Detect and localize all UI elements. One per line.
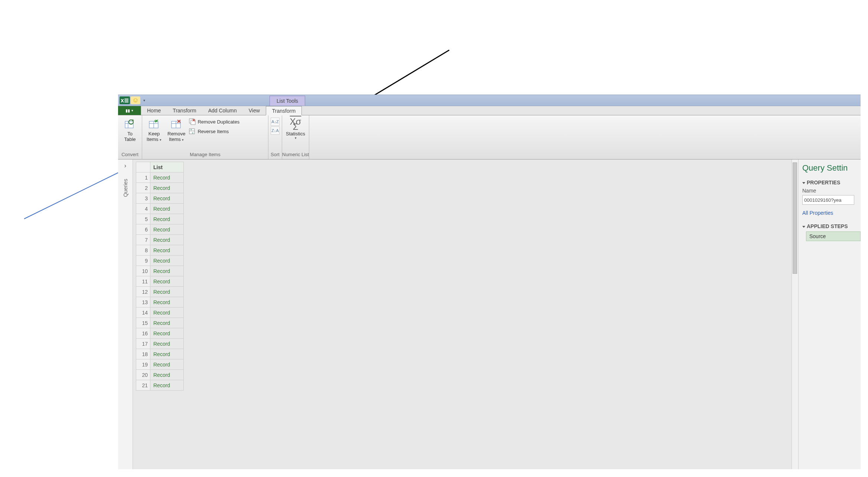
record-cell[interactable]: Record (150, 318, 184, 328)
statistics-button[interactable]: Xσ Σ Statistics ▾ (284, 117, 307, 140)
row-number[interactable]: 21 (136, 380, 150, 391)
table-row[interactable]: 21Record (136, 380, 184, 391)
record-cell[interactable]: Record (150, 214, 184, 224)
tab-add-column[interactable]: Add Column (202, 106, 243, 115)
record-cell[interactable]: Record (150, 276, 184, 287)
sort-desc-button[interactable]: Z↓A (271, 126, 280, 135)
row-number[interactable]: 9 (136, 256, 150, 266)
table-row[interactable]: 7Record (136, 235, 184, 245)
excel-icon: x≣ (120, 96, 130, 104)
remove-items-label-2: Items ▾ (169, 136, 184, 142)
tab-home[interactable]: Home (141, 106, 167, 115)
row-number[interactable]: 16 (136, 328, 150, 339)
sort-asc-icon: A↓Z (271, 119, 279, 124)
record-cell[interactable]: Record (150, 204, 184, 214)
table-row[interactable]: 4Record (136, 204, 184, 214)
row-number[interactable]: 3 (136, 193, 150, 204)
table-row[interactable]: 1Record (136, 172, 184, 183)
table-row[interactable]: 6Record (136, 224, 184, 235)
name-input[interactable] (802, 195, 854, 205)
row-number[interactable]: 5 (136, 214, 150, 224)
reverse-items-button[interactable]: Reverse Items (189, 127, 239, 135)
row-number[interactable]: 14 (136, 307, 150, 318)
qat-dropdown[interactable]: ▾ (141, 95, 147, 106)
record-cell[interactable]: Record (150, 339, 184, 349)
table-row[interactable]: 15Record (136, 318, 184, 328)
table-row[interactable]: 3Record (136, 193, 184, 204)
svg-rect-2 (125, 121, 133, 128)
grid-corner[interactable] (136, 162, 150, 172)
table-row[interactable]: 9Record (136, 256, 184, 266)
record-cell[interactable]: Record (150, 370, 184, 380)
table-row[interactable]: 13Record (136, 297, 184, 307)
record-cell[interactable]: Record (150, 245, 184, 256)
row-number[interactable]: 1 (136, 172, 150, 183)
keep-items-button[interactable]: Keep Items ▾ (144, 117, 164, 143)
record-cell[interactable]: Record (150, 266, 184, 276)
table-row[interactable]: 14Record (136, 307, 184, 318)
scrollbar-thumb[interactable] (793, 162, 797, 274)
row-number[interactable]: 17 (136, 339, 150, 349)
chevron-right-icon[interactable]: › (124, 162, 126, 171)
table-row[interactable]: 18Record (136, 349, 184, 359)
power-query-window: x≣ ☺ ▾ List Tools ▮▮▾ Home Transform Add… (118, 95, 861, 469)
to-table-label-2: Table (124, 136, 136, 142)
applied-steps-section-header[interactable]: APPLIED STEPS (802, 223, 861, 229)
queries-rail[interactable]: › Queries (118, 159, 133, 469)
file-tab[interactable]: ▮▮▾ (118, 106, 141, 115)
remove-duplicates-button[interactable]: Remove Duplicates (189, 118, 239, 126)
all-properties-link[interactable]: All Properties (802, 210, 861, 216)
table-row[interactable]: 2Record (136, 183, 184, 193)
record-cell[interactable]: Record (150, 359, 184, 370)
row-number[interactable]: 11 (136, 276, 150, 287)
record-cell[interactable]: Record (150, 380, 184, 391)
table-row[interactable]: 5Record (136, 214, 184, 224)
reverse-items-label: Reverse Items (198, 129, 229, 134)
row-number[interactable]: 18 (136, 349, 150, 359)
remove-items-button[interactable]: Remove Items ▾ (166, 117, 187, 143)
row-number[interactable]: 8 (136, 245, 150, 256)
row-number[interactable]: 20 (136, 370, 150, 380)
tab-transform[interactable]: Transform (167, 106, 202, 115)
tab-view[interactable]: View (243, 106, 266, 115)
group-sort: A↓Z Z↓A Sort (268, 115, 282, 159)
group-numeric-label: Numeric List (282, 152, 309, 159)
sort-asc-button[interactable]: A↓Z (271, 118, 280, 126)
table-row[interactable]: 19Record (136, 359, 184, 370)
record-cell[interactable]: Record (150, 307, 184, 318)
row-number[interactable]: 4 (136, 204, 150, 214)
applied-step-source[interactable]: Source (806, 231, 861, 241)
column-header-list[interactable]: List (150, 162, 184, 172)
record-cell[interactable]: Record (150, 349, 184, 359)
row-number[interactable]: 6 (136, 224, 150, 235)
row-number[interactable]: 7 (136, 235, 150, 245)
table-row[interactable]: 20Record (136, 370, 184, 380)
vertical-scrollbar[interactable] (792, 159, 798, 469)
properties-section-header[interactable]: PROPERTIES (802, 180, 861, 185)
tab-context-transform[interactable]: Transform (266, 106, 302, 115)
record-cell[interactable]: Record (150, 235, 184, 245)
record-cell[interactable]: Record (150, 172, 184, 183)
row-number[interactable]: 15 (136, 318, 150, 328)
record-cell[interactable]: Record (150, 183, 184, 193)
table-row[interactable]: 12Record (136, 287, 184, 297)
table-row[interactable]: 17Record (136, 339, 184, 349)
row-number[interactable]: 19 (136, 359, 150, 370)
row-number[interactable]: 2 (136, 183, 150, 193)
row-number[interactable]: 10 (136, 266, 150, 276)
data-grid[interactable]: List 1Record2Record3Record4Record5Record… (136, 162, 184, 391)
record-cell[interactable]: Record (150, 256, 184, 266)
table-row[interactable]: 16Record (136, 328, 184, 339)
smiley-icon[interactable]: ☺ (131, 96, 140, 104)
to-table-button[interactable]: To Table (120, 117, 140, 143)
row-number[interactable]: 13 (136, 297, 150, 307)
table-row[interactable]: 10Record (136, 266, 184, 276)
record-cell[interactable]: Record (150, 297, 184, 307)
record-cell[interactable]: Record (150, 328, 184, 339)
table-row[interactable]: 8Record (136, 245, 184, 256)
record-cell[interactable]: Record (150, 193, 184, 204)
table-row[interactable]: 11Record (136, 276, 184, 287)
record-cell[interactable]: Record (150, 287, 184, 297)
row-number[interactable]: 12 (136, 287, 150, 297)
record-cell[interactable]: Record (150, 224, 184, 235)
